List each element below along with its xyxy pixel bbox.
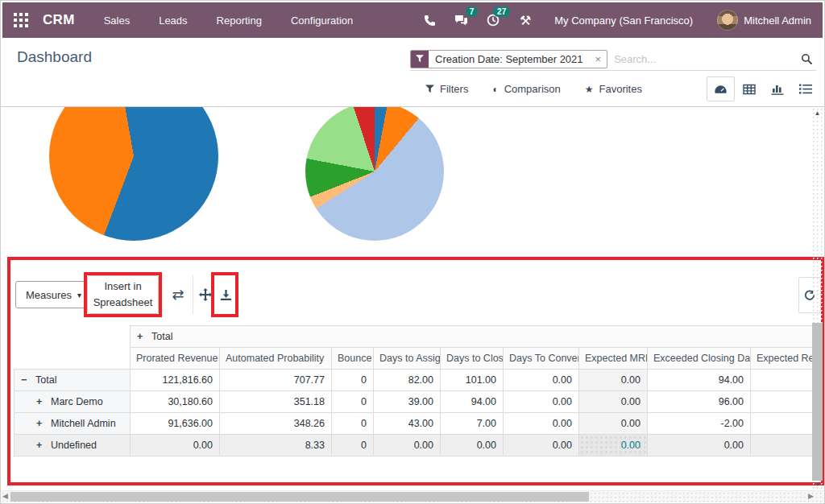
cell[interactable]: 351.18: [220, 391, 332, 413]
cell[interactable]: 0.00: [374, 435, 441, 456]
row-header-marc-demo[interactable]: +Marc Demo: [15, 391, 131, 413]
pivot-column-group-total[interactable]: +Total: [131, 326, 814, 348]
cell[interactable]: 8.33: [220, 435, 332, 456]
col-prorated-revenue[interactable]: Prorated Revenue: [131, 348, 220, 370]
cell[interactable]: 0: [332, 391, 374, 413]
facet-label: Creation Date: September 2021: [429, 51, 590, 68]
cell[interactable]: 0.00: [504, 391, 579, 413]
filters-button[interactable]: Filters: [425, 83, 468, 95]
navbar-right: 7 27 ⚒ My Company (San Francisco) Mitche…: [421, 10, 811, 31]
cell[interactable]: 0.00: [441, 435, 504, 456]
charts-area: [1, 107, 824, 242]
company-switcher[interactable]: My Company (San Francisco): [554, 14, 693, 27]
menu-sales[interactable]: Sales: [104, 14, 131, 27]
cell-empty: [751, 413, 814, 435]
cell[interactable]: 94.00: [441, 391, 504, 413]
pivot-row-mitchell-admin: +Mitchell Admin 91,636.00 348.26 0 43.00…: [15, 413, 814, 435]
col-days-to-convert[interactable]: Days To Convert: [504, 348, 579, 370]
collapse-minus-icon[interactable]: −: [21, 374, 31, 386]
col-expected-mrr[interactable]: Expected MRR: [579, 348, 648, 370]
cell[interactable]: 0: [332, 413, 374, 435]
cell[interactable]: 94.00: [648, 370, 751, 391]
comparison-button[interactable]: ◐ Comparison: [492, 83, 560, 95]
gauge-icon: [714, 84, 728, 95]
row-header-total[interactable]: −Total: [15, 370, 131, 391]
col-expected-revenue[interactable]: Expected Revenue: [751, 348, 814, 370]
col-days-to-assign[interactable]: Days to Assign: [374, 348, 441, 370]
scroll-up-arrow[interactable]: ▲: [811, 108, 823, 118]
cell[interactable]: 0: [332, 435, 374, 456]
row-header-undefined[interactable]: +Undefined: [15, 435, 131, 456]
cell[interactable]: 0: [332, 370, 374, 391]
activities-clock-icon[interactable]: 27: [485, 13, 501, 27]
menu-reporting[interactable]: Reporting: [217, 14, 262, 27]
download-button[interactable]: [215, 275, 236, 314]
cell[interactable]: 0.00: [504, 413, 579, 435]
cell[interactable]: 43.00: [374, 413, 441, 435]
scroll-down-arrow[interactable]: ▼: [811, 479, 823, 490]
pivot-row-total: −Total 121,816.60 707.77 0 82.00 101.00 …: [15, 370, 814, 391]
list-icon: [799, 84, 812, 94]
phone-icon[interactable]: [421, 13, 437, 27]
scroll-left-arrow[interactable]: ◀: [2, 492, 8, 500]
flip-axis-button[interactable]: ⇄: [164, 275, 193, 314]
cell[interactable]: 101.00: [441, 370, 504, 391]
cell[interactable]: 30,180.60: [131, 391, 220, 413]
menu-leads[interactable]: Leads: [159, 14, 187, 27]
search-icon[interactable]: [801, 53, 813, 65]
favorites-button[interactable]: ★ Favorites: [585, 83, 642, 95]
apps-grid-icon[interactable]: [14, 12, 30, 28]
expand-plus-icon[interactable]: +: [36, 440, 46, 451]
col-days-to-close[interactable]: Days to Close: [441, 348, 504, 370]
insert-in-spreadsheet-button[interactable]: Insert in Spreadsheet: [87, 275, 159, 314]
scroll-right-arrow[interactable]: ▶: [808, 492, 814, 500]
search-facet[interactable]: Creation Date: September 2021 ×: [410, 50, 607, 68]
cell[interactable]: -2.00: [648, 413, 751, 435]
view-dashboard-button[interactable]: [707, 76, 735, 101]
menu-configuration[interactable]: Configuration: [291, 14, 353, 27]
pivot-corner-cell: [15, 326, 131, 370]
cell-highlighted[interactable]: 0.00: [579, 435, 648, 456]
facet-remove-icon[interactable]: ×: [590, 51, 607, 68]
cell[interactable]: 7.00: [441, 413, 504, 435]
cell-empty: [751, 391, 814, 413]
cell[interactable]: 0.00: [579, 370, 648, 391]
tools-icon[interactable]: ⚒: [517, 13, 533, 27]
cell[interactable]: 0.00: [648, 435, 751, 456]
expand-plus-icon[interactable]: +: [36, 418, 46, 429]
row-header-mitchell-admin[interactable]: +Mitchell Admin: [15, 413, 131, 435]
pie-chart-left[interactable]: [49, 107, 218, 241]
view-list-button[interactable]: [791, 76, 819, 101]
cell[interactable]: 0.00: [504, 435, 579, 456]
messages-icon[interactable]: 7: [453, 13, 469, 27]
pivot-group-header-row: +Total: [15, 326, 814, 348]
cell[interactable]: 0.00: [579, 413, 648, 435]
vertical-scrollbar-thumb[interactable]: [812, 323, 823, 481]
cell[interactable]: 91,636.00: [131, 413, 220, 435]
cell[interactable]: 0.00: [504, 370, 579, 391]
view-graph-button[interactable]: [763, 76, 791, 101]
move-arrows-icon: [199, 288, 212, 301]
col-automated-probability[interactable]: Automated Probability: [220, 348, 332, 370]
col-bounce[interactable]: Bounce: [332, 348, 374, 370]
adjust-icon: ◐: [492, 84, 498, 95]
pie-chart-right[interactable]: [305, 107, 444, 241]
cell[interactable]: 96.00: [648, 391, 751, 413]
expand-plus-icon[interactable]: +: [137, 331, 147, 342]
cell[interactable]: 82.00: [374, 370, 441, 391]
cell[interactable]: 707.77: [220, 370, 332, 391]
measures-button[interactable]: Measures ▾: [15, 281, 92, 308]
expand-plus-icon[interactable]: +: [36, 396, 46, 407]
view-pivot-button[interactable]: [735, 76, 763, 101]
cell[interactable]: 0.00: [579, 391, 648, 413]
horizontal-scrollbar-thumb[interactable]: [10, 492, 589, 502]
user-menu[interactable]: Mitchell Admin: [717, 10, 811, 31]
col-exceeded-closing-days[interactable]: Exceeded Closing Days: [648, 348, 751, 370]
cell[interactable]: 348.26: [220, 413, 332, 435]
cell[interactable]: 0.00: [131, 435, 220, 456]
app-brand[interactable]: CRM: [43, 12, 75, 28]
table-grid-icon: [743, 84, 756, 95]
cell[interactable]: 121,816.60: [131, 370, 220, 391]
cell[interactable]: 39.00: [374, 391, 441, 413]
search-input[interactable]: [614, 53, 801, 65]
